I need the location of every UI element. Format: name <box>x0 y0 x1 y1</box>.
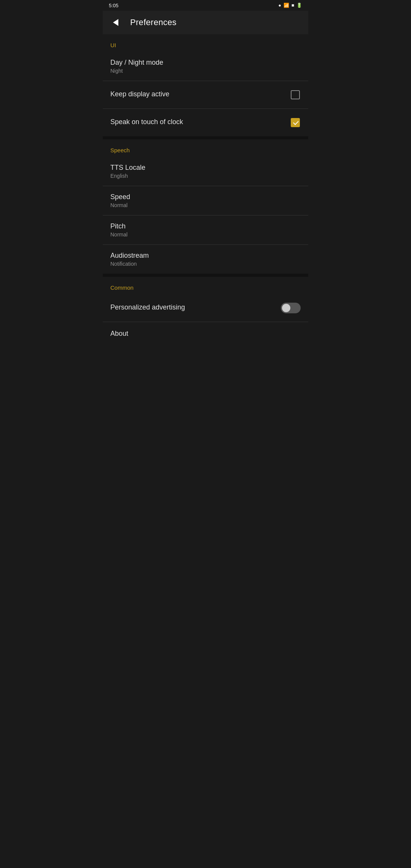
speak-checkbox-container <box>290 117 301 128</box>
pref-speed-title: Speed <box>110 193 301 201</box>
pref-audiostream[interactable]: Audiostream Notification <box>103 245 308 274</box>
status-icons: ● 📶 ■ 🔋 <box>279 3 303 8</box>
pref-pitch-text: Pitch Normal <box>110 222 301 238</box>
section-speech-header: Speech <box>103 139 308 157</box>
wifi-icon: 📶 <box>284 3 289 8</box>
pref-pitch[interactable]: Pitch Normal <box>103 215 308 244</box>
pref-day-night-mode[interactable]: Day / Night mode Night <box>103 52 308 81</box>
keep-display-checkbox[interactable] <box>291 90 300 99</box>
pref-speak-on-touch[interactable]: Speak on touch of clock <box>103 109 308 136</box>
pref-speed-text: Speed Normal <box>110 193 301 208</box>
pref-tts-title: TTS Locale <box>110 164 301 172</box>
section-divider-1 <box>103 136 308 139</box>
advertising-toggle-knob <box>282 304 290 312</box>
notification-icon: ● <box>279 3 281 8</box>
section-divider-2 <box>103 274 308 277</box>
pref-keep-display-active[interactable]: Keep display active <box>103 81 308 108</box>
section-ui-header: UI <box>103 34 308 52</box>
status-time: 5:05 <box>109 3 118 8</box>
pref-advertising-title: Personalized advertising <box>110 303 281 311</box>
pref-personalized-advertising[interactable]: Personalized advertising <box>103 294 308 322</box>
pref-tts-subtitle: English <box>110 173 301 179</box>
section-common-header: Common <box>103 277 308 294</box>
section-common-label: Common <box>110 284 134 291</box>
pref-speed-subtitle: Normal <box>110 202 301 208</box>
pref-speak-title: Speak on touch of clock <box>110 118 290 126</box>
pref-audiostream-subtitle: Notification <box>110 261 301 267</box>
pref-speed[interactable]: Speed Normal <box>103 186 308 215</box>
section-ui-label: UI <box>110 42 116 48</box>
advertising-toggle-container <box>281 303 301 313</box>
app-bar: Preferences <box>103 11 308 34</box>
section-speech-label: Speech <box>110 147 130 153</box>
status-bar: 5:05 ● 📶 ■ 🔋 <box>103 0 308 11</box>
speak-checkbox[interactable] <box>291 118 300 127</box>
pref-audiostream-text: Audiostream Notification <box>110 252 301 267</box>
pref-speak-text: Speak on touch of clock <box>110 118 290 127</box>
back-button[interactable] <box>109 16 123 29</box>
pref-keep-display-text: Keep display active <box>110 90 290 99</box>
pref-about-title: About <box>110 330 128 338</box>
pref-day-night-title: Day / Night mode <box>110 59 301 67</box>
signal-icon: ■ <box>292 3 294 8</box>
preferences-content: UI Day / Night mode Night Keep display a… <box>103 34 308 346</box>
page-title: Preferences <box>130 18 177 27</box>
advertising-toggle[interactable] <box>281 303 301 313</box>
keep-display-checkbox-container <box>290 89 301 100</box>
pref-day-night-subtitle: Night <box>110 68 301 74</box>
pref-audiostream-title: Audiostream <box>110 252 301 260</box>
pref-pitch-subtitle: Normal <box>110 231 301 238</box>
pref-tts-text: TTS Locale English <box>110 164 301 179</box>
pref-day-night-text: Day / Night mode Night <box>110 59 301 74</box>
pref-about[interactable]: About <box>103 322 308 346</box>
pref-keep-display-title: Keep display active <box>110 90 290 98</box>
pref-tts-locale[interactable]: TTS Locale English <box>103 157 308 186</box>
battery-icon: 🔋 <box>296 3 302 8</box>
pref-advertising-text: Personalized advertising <box>110 303 281 313</box>
back-arrow-icon <box>113 19 118 26</box>
pref-pitch-title: Pitch <box>110 222 301 230</box>
